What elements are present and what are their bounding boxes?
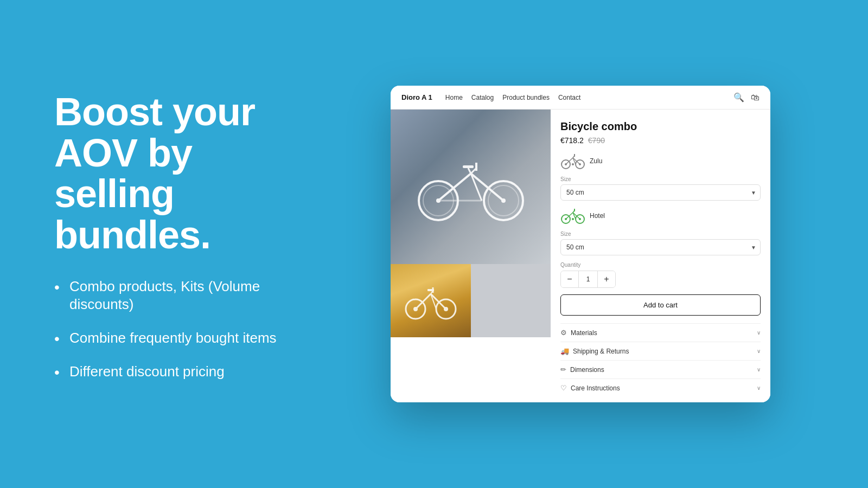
store-content: Bicycle combo €718.2 €790 [391, 110, 770, 402]
product-image-main [391, 110, 551, 264]
materials-icon: ⚙ [560, 329, 567, 337]
zulu-bike-icon [560, 152, 585, 170]
hotel-bike-name: Hotel [590, 212, 761, 220]
bike-main-illustration [411, 152, 531, 222]
materials-chevron: ∨ [757, 330, 761, 336]
bundle-item-zulu: Zulu [560, 152, 761, 170]
bike-thumb-illustration [404, 282, 458, 320]
svg-point-40 [579, 218, 581, 220]
browser-window: Dioro A 1 Home Catalog Product bundles C… [391, 86, 770, 402]
store-brand: Dioro A 1 [401, 93, 432, 101]
nav-links: Home Catalog Product bundles Contact [445, 94, 733, 101]
product-images [391, 110, 551, 402]
svg-line-36 [566, 213, 573, 219]
svg-point-30 [579, 163, 581, 165]
product-title: Bicycle combo [560, 120, 761, 133]
svg-line-12 [468, 168, 471, 174]
zulu-size-select[interactable]: 50 cm 52 cm 54 cm [560, 184, 761, 201]
accordion-shipping-left: 🚚 Shipping & Returns [560, 347, 629, 355]
svg-point-41 [572, 218, 574, 220]
product-details: Bicycle combo €718.2 €790 [551, 110, 770, 402]
bullet-list: Combo products, Kits (Volume discounts) … [54, 278, 282, 381]
nav-catalog[interactable]: Catalog [471, 94, 494, 101]
quantity-decrease-button[interactable]: − [561, 271, 578, 287]
bullet-item-1: Combo products, Kits (Volume discounts) [54, 278, 282, 314]
hotel-size-label: Size [560, 231, 761, 237]
svg-line-18 [416, 294, 431, 309]
image-row [391, 264, 551, 337]
store-nav: Dioro A 1 Home Catalog Product bundles C… [391, 86, 770, 110]
product-image-thumb [391, 264, 471, 337]
materials-label: Materials [571, 329, 597, 337]
shipping-chevron: ∨ [757, 348, 761, 354]
quantity-control: − 1 + [560, 271, 616, 288]
svg-rect-23 [427, 289, 434, 291]
dimensions-icon: ✏ [560, 365, 566, 374]
svg-point-31 [572, 163, 574, 165]
svg-line-6 [438, 174, 471, 201]
nav-icons: 🔍 🛍 [733, 92, 760, 102]
left-panel: Boost your AOV by selling bundles. Combo… [0, 59, 315, 429]
cart-icon[interactable]: 🛍 [751, 93, 760, 102]
bullet-item-2: Combine frequently bought items [54, 329, 282, 348]
hotel-bike-icon [560, 207, 585, 224]
zulu-size-wrapper: 50 cm 52 cm 54 cm ▼ [560, 184, 761, 201]
right-panel: Dioro A 1 Home Catalog Product bundles C… [315, 64, 868, 424]
hotel-size-wrapper: 50 cm 52 cm 54 cm ▼ [560, 239, 761, 255]
svg-line-26 [566, 158, 573, 164]
hero-title: Boost your AOV by selling bundles. [54, 92, 282, 255]
add-to-cart-button[interactable]: Add to cart [560, 294, 761, 316]
zulu-bike-name: Zulu [590, 157, 761, 165]
price-original: €790 [588, 136, 605, 145]
quantity-increase-button[interactable]: + [598, 271, 615, 287]
care-chevron: ∨ [757, 385, 761, 391]
hotel-size-select[interactable]: 50 cm 52 cm 54 cm [560, 239, 761, 255]
quantity-value: 1 [578, 271, 598, 287]
accordion-shipping[interactable]: 🚚 Shipping & Returns ∨ [560, 342, 761, 360]
shipping-label: Shipping & Returns [573, 348, 629, 355]
product-price: €718.2 €790 [560, 136, 761, 145]
quantity-label: Quantity [560, 262, 761, 268]
accordion-materials[interactable]: ⚙ Materials ∨ [560, 323, 761, 342]
svg-point-39 [565, 218, 567, 220]
shipping-icon: 🚚 [560, 347, 569, 355]
accordion-dimensions[interactable]: ✏ Dimensions ∨ [560, 360, 761, 378]
nav-bundles[interactable]: Product bundles [502, 94, 550, 101]
nav-contact[interactable]: Contact [558, 94, 580, 101]
thumb-placeholder [471, 264, 551, 337]
search-icon[interactable]: 🔍 [733, 92, 744, 102]
svg-rect-13 [463, 165, 474, 168]
dimensions-chevron: ∨ [757, 367, 761, 373]
accordion-care-left: ♡ Care Instructions [560, 384, 620, 392]
care-icon: ♡ [560, 384, 567, 392]
svg-point-29 [565, 163, 567, 165]
accordion-materials-left: ⚙ Materials [560, 329, 597, 337]
accordion-dimensions-left: ✏ Dimensions [560, 365, 604, 374]
bullet-item-3: Different discount pricing [54, 363, 282, 381]
zulu-size-label: Size [560, 176, 761, 182]
price-current: €718.2 [560, 136, 584, 145]
bundle-item-hotel: Hotel [560, 207, 761, 224]
dimensions-label: Dimensions [570, 366, 604, 374]
accordion-care[interactable]: ♡ Care Instructions ∨ [560, 378, 761, 397]
care-label: Care Instructions [571, 384, 620, 392]
nav-home[interactable]: Home [445, 94, 463, 101]
